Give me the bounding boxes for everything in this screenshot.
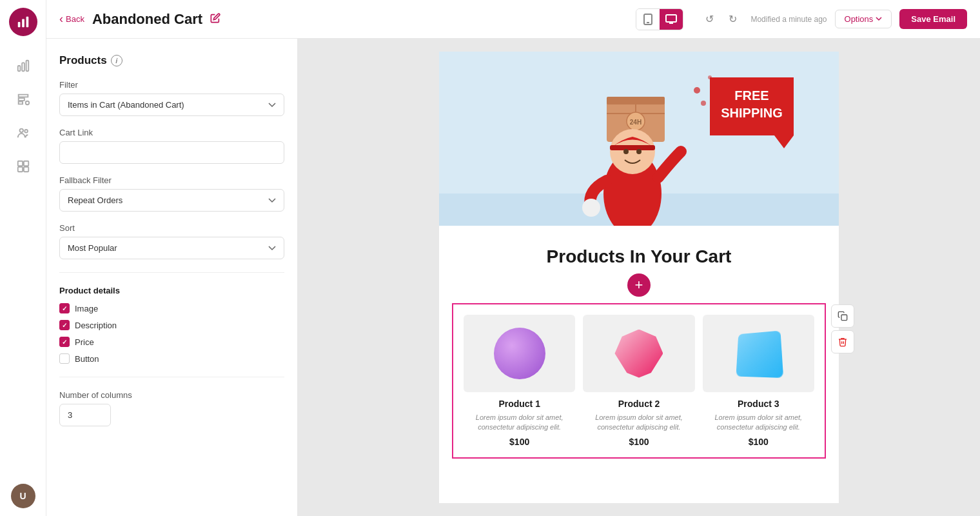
product-card-1: Product 1 Lorem ipsum dolor sit amet, co…	[464, 315, 575, 447]
checkbox-description-label: Description	[75, 321, 117, 330]
product-price-2: $100	[583, 437, 694, 447]
banner-image: 24H	[439, 52, 839, 226]
email-canvas: 24H	[439, 52, 839, 503]
svg-rect-3	[17, 66, 20, 71]
product-desc-1: Lorem ipsum dolor sit amet, consectetur …	[464, 413, 575, 433]
main-area: Back Abandoned Cart ↺ ↻ Modified a minut…	[46, 0, 980, 516]
checkbox-image-row: Image	[59, 303, 284, 313]
svg-point-27	[610, 129, 655, 174]
svg-text:FREE: FREE	[734, 88, 769, 103]
toolbar-right: ↺ ↻ Modified a minute ago Options Save E…	[699, 9, 967, 30]
svg-text:SHIPPING: SHIPPING	[721, 106, 783, 120]
cart-link-group: Cart Link	[59, 128, 284, 164]
product-shape-cube	[736, 331, 784, 378]
svg-rect-1	[22, 19, 24, 27]
checkbox-price-row: Price	[59, 337, 284, 347]
filter-label: Filter	[59, 80, 284, 90]
back-button[interactable]: Back	[59, 12, 84, 26]
add-section-button[interactable]: +	[627, 273, 651, 297]
num-columns-label: Number of columns	[59, 390, 284, 400]
block-actions	[831, 304, 854, 353]
fallback-filter-select[interactable]: Repeat Orders Best Sellers New Arrivals	[59, 189, 284, 212]
cart-link-input[interactable]	[59, 141, 284, 164]
nav-blocks[interactable]	[9, 152, 37, 181]
left-nav: U	[0, 0, 46, 516]
product-image-1	[464, 315, 575, 392]
product-image-2	[583, 315, 694, 392]
user-avatar[interactable]: U	[11, 484, 35, 508]
product-name-1: Product 1	[464, 399, 575, 409]
sort-group: Sort Most Popular Price: Low to High Pri…	[59, 223, 284, 259]
view-toggle-group	[636, 8, 683, 30]
desktop-view-button[interactable]	[660, 9, 683, 30]
side-panel: Products i Filter Items in Cart (Abandon…	[46, 39, 298, 516]
checkbox-button-label: Button	[75, 354, 99, 364]
sort-select[interactable]: Most Popular Price: Low to High Price: H…	[59, 237, 284, 259]
section-heading: Products In Your Cart	[439, 226, 839, 267]
nav-audience[interactable]	[9, 119, 37, 147]
nav-campaigns[interactable]	[9, 85, 37, 114]
svg-rect-15	[666, 15, 676, 22]
svg-point-30	[636, 149, 642, 154]
svg-rect-5	[26, 61, 28, 72]
svg-rect-12	[23, 167, 28, 172]
product-desc-3: Lorem ipsum dolor sit amet, consectetur …	[703, 413, 814, 433]
sort-label: Sort	[59, 223, 284, 233]
undo-redo-group: ↺ ↻	[699, 9, 743, 30]
edit-title-button[interactable]	[210, 13, 220, 26]
svg-rect-9	[17, 161, 22, 166]
checkbox-description[interactable]	[59, 320, 70, 330]
svg-rect-28	[610, 145, 655, 150]
svg-point-38	[708, 75, 712, 79]
delete-block-button[interactable]	[831, 330, 854, 353]
svg-rect-2	[26, 17, 28, 28]
checkbox-button-row: Button	[59, 353, 284, 364]
product-name-2: Product 2	[583, 399, 694, 409]
svg-point-37	[694, 87, 700, 94]
svg-point-6	[25, 101, 28, 105]
brand-logo[interactable]	[9, 8, 37, 36]
svg-text:24H: 24H	[630, 119, 642, 126]
cart-link-label: Cart Link	[59, 128, 284, 137]
products-block: Product 1 Lorem ipsum dolor sit amet, co…	[452, 303, 826, 459]
fallback-filter-label: Fallback Filter	[59, 175, 284, 185]
checkbox-price-label: Price	[75, 337, 94, 347]
product-price-1: $100	[464, 437, 575, 447]
svg-rect-40	[841, 315, 847, 321]
product-price-3: $100	[703, 437, 814, 447]
svg-rect-4	[22, 63, 24, 71]
info-icon[interactable]: i	[111, 55, 122, 66]
checkbox-price[interactable]	[59, 337, 70, 347]
num-columns-input[interactable]	[59, 404, 111, 426]
nav-analytics[interactable]	[9, 52, 37, 80]
svg-point-31	[582, 199, 600, 217]
svg-point-7	[19, 129, 23, 133]
products-grid: Product 1 Lorem ipsum dolor sit amet, co…	[464, 315, 814, 447]
undo-button[interactable]: ↺	[699, 9, 720, 30]
redo-button[interactable]: ↻	[722, 9, 743, 30]
svg-point-29	[623, 149, 629, 154]
checkbox-button[interactable]	[59, 353, 70, 364]
checkbox-image[interactable]	[59, 303, 70, 313]
options-button[interactable]: Options	[835, 10, 892, 28]
page-title: Abandoned Cart	[92, 11, 202, 28]
product-shape-crystal	[614, 330, 663, 378]
checkbox-description-row: Description	[59, 320, 284, 330]
svg-rect-0	[17, 22, 20, 27]
product-card-3: Product 3 Lorem ipsum dolor sit amet, co…	[703, 315, 814, 447]
canvas-area: 24H	[298, 39, 980, 516]
save-email-button[interactable]: Save Email	[899, 9, 967, 29]
modified-timestamp: Modified a minute ago	[750, 15, 827, 24]
fallback-filter-group: Fallback Filter Repeat Orders Best Selle…	[59, 175, 284, 212]
filter-select[interactable]: Items in Cart (Abandoned Cart) Best Sell…	[59, 94, 284, 116]
product-image-3	[703, 315, 814, 392]
copy-block-button[interactable]	[831, 304, 854, 328]
panel-title: Products i	[59, 54, 284, 67]
divider-2	[59, 377, 284, 377]
content-area: Products i Filter Items in Cart (Abandon…	[46, 39, 980, 516]
banner-svg: 24H	[439, 52, 839, 226]
top-bar: Back Abandoned Cart ↺ ↻ Modified a minut…	[46, 0, 980, 39]
svg-point-39	[701, 101, 706, 106]
product-shape-sphere	[494, 328, 545, 379]
mobile-view-button[interactable]	[636, 9, 660, 30]
